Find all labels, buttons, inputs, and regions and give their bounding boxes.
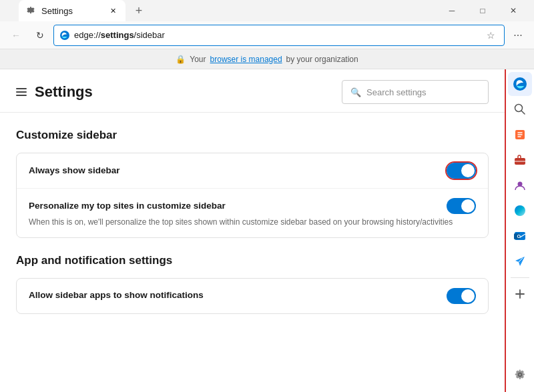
address-bar[interactable]: edge://settings/sidebar ☆ bbox=[53, 25, 505, 46]
section-title-app-notification: App and notification settings bbox=[16, 254, 489, 267]
always-show-sidebar-toggle[interactable] bbox=[447, 163, 476, 179]
lock-icon: 🔒 bbox=[176, 55, 186, 64]
more-options-button[interactable]: ··· bbox=[507, 25, 529, 46]
app-notification-card: Allow sidebar apps to show notifications bbox=[16, 278, 489, 314]
minimize-button[interactable]: ─ bbox=[437, 0, 467, 21]
always-show-sidebar-label: Always show sidebar bbox=[29, 165, 447, 175]
allow-notifications-track[interactable] bbox=[447, 288, 476, 304]
svg-point-1 bbox=[513, 77, 527, 91]
sidebar-circle-button[interactable] bbox=[508, 199, 532, 223]
search-placeholder: Search settings bbox=[366, 87, 427, 97]
edge-main-sidebar-button[interactable] bbox=[508, 72, 532, 96]
settings-tab-icon bbox=[25, 5, 36, 16]
settings-scroll-area: Customize sidebar Always show sidebar bbox=[0, 113, 505, 392]
sidebar-path: /sidebar bbox=[134, 30, 165, 40]
toggle-track[interactable] bbox=[447, 163, 476, 179]
settings-tab[interactable]: Settings ✕ bbox=[19, 0, 125, 21]
managed-text-before: Your bbox=[190, 55, 206, 64]
favorites-button[interactable]: ☆ bbox=[483, 27, 499, 43]
hamburger-menu-button[interactable] bbox=[16, 88, 27, 96]
search-icon: 🔍 bbox=[350, 87, 361, 97]
personalize-description: When this is on, we'll personalize the t… bbox=[29, 217, 453, 228]
search-settings-input[interactable]: 🔍 Search settings bbox=[342, 80, 489, 104]
sidebar-search-button[interactable] bbox=[508, 97, 532, 121]
edge-right-sidebar: O bbox=[505, 69, 534, 392]
always-show-sidebar-content: Always show sidebar bbox=[29, 165, 447, 177]
new-tab-button[interactable]: + bbox=[128, 1, 150, 20]
tab-title: Settings bbox=[41, 6, 101, 16]
allow-notifications-content: Allow sidebar apps to show notifications bbox=[29, 290, 447, 301]
toggle-thumb bbox=[461, 164, 475, 177]
allow-notifications-thumb bbox=[461, 289, 475, 303]
svg-point-2 bbox=[515, 105, 523, 112]
personalize-row-inner: Personalize my top sites in customize si… bbox=[29, 198, 476, 214]
section-title-customize: Customize sidebar bbox=[16, 129, 489, 142]
sidebar-outlook-button[interactable]: O bbox=[508, 224, 532, 248]
sidebar-briefcase-button[interactable] bbox=[508, 148, 532, 172]
settings-header: Settings 🔍 Search settings bbox=[0, 69, 505, 113]
personalize-toggle-track[interactable] bbox=[447, 198, 476, 214]
refresh-button[interactable]: ↻ bbox=[29, 25, 51, 46]
managed-notice-bar: 🔒 Your browser is managed by your organi… bbox=[0, 49, 534, 69]
back-button[interactable]: ← bbox=[5, 25, 27, 46]
allow-notifications-toggle[interactable] bbox=[447, 288, 476, 304]
address-text: edge://settings/sidebar bbox=[74, 30, 479, 40]
allow-notifications-label: Allow sidebar apps to show notifications bbox=[29, 290, 447, 300]
customize-sidebar-card: Always show sidebar Personalize my top s… bbox=[16, 153, 489, 238]
settings-path: settings bbox=[101, 30, 134, 40]
svg-text:O: O bbox=[517, 234, 521, 239]
close-button[interactable]: ✕ bbox=[498, 0, 529, 21]
managed-link[interactable]: browser is managed bbox=[210, 55, 282, 64]
maximize-button[interactable]: □ bbox=[467, 0, 498, 21]
settings-area: Settings 🔍 Search settings Customize sid… bbox=[0, 69, 505, 392]
personalize-toggle-thumb bbox=[461, 199, 475, 213]
sidebar-collections-button[interactable] bbox=[508, 123, 532, 147]
svg-point-0 bbox=[60, 31, 69, 40]
settings-title-area: Settings bbox=[16, 83, 93, 101]
svg-line-3 bbox=[522, 111, 525, 115]
allow-notifications-row: Allow sidebar apps to show notifications bbox=[17, 279, 488, 313]
personalize-toggle[interactable] bbox=[447, 198, 476, 214]
personalize-label: Personalize my top sites in customize si… bbox=[29, 201, 447, 211]
browser-toolbar: ← ↻ edge://settings/sidebar ☆ ··· bbox=[0, 21, 534, 49]
tab-close-button[interactable]: ✕ bbox=[107, 5, 119, 17]
personalize-top-sites-row: Personalize my top sites in customize si… bbox=[17, 189, 488, 237]
sidebar-persona-button[interactable] bbox=[508, 173, 532, 197]
sidebar-settings-button[interactable] bbox=[508, 363, 532, 387]
page-content: Settings 🔍 Search settings Customize sid… bbox=[0, 69, 534, 392]
edge-brand-text: edge:// bbox=[74, 30, 101, 40]
edge-logo-icon bbox=[59, 30, 70, 41]
always-show-sidebar-row: Always show sidebar bbox=[17, 153, 488, 189]
sidebar-divider bbox=[511, 277, 529, 278]
svg-point-8 bbox=[515, 205, 525, 216]
page-title: Settings bbox=[35, 83, 93, 101]
personalize-content: Personalize my top sites in customize si… bbox=[29, 201, 447, 212]
sidebar-send-button[interactable] bbox=[508, 249, 532, 273]
managed-text-after: by your organization bbox=[286, 55, 358, 64]
sidebar-add-button[interactable] bbox=[508, 282, 532, 306]
